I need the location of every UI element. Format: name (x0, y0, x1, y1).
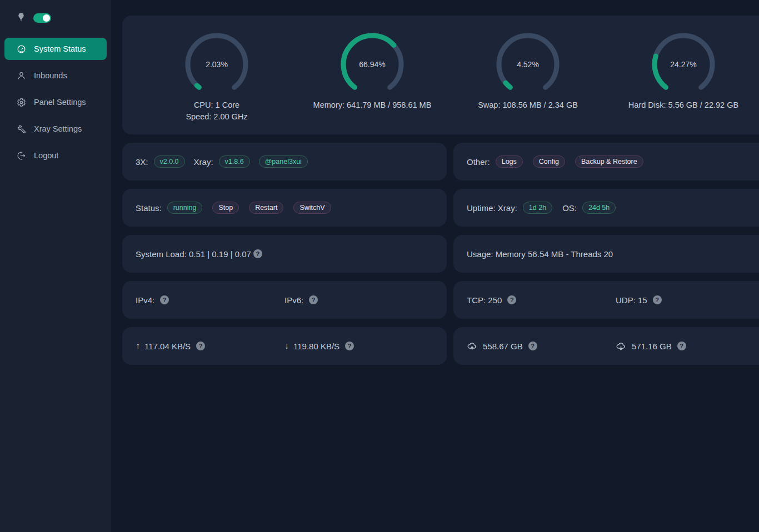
swap-gauge: 4.52% Swap: 108.56 MB / 2.34 GB (450, 31, 606, 109)
gear-icon (17, 98, 26, 107)
user-icon (17, 71, 26, 81)
usage-text: Usage: Memory 56.54 MB - Threads 20 (467, 249, 613, 259)
sidebar-item-label: Inbounds (34, 71, 67, 80)
disk-gauge: 24.27% Hard Disk: 5.56 GB / 22.92 GB (606, 31, 759, 109)
sidebar-item-panel-settings[interactable]: Panel Settings (4, 91, 107, 113)
switch-version-button[interactable]: SwitchV (293, 202, 331, 214)
backup-restore-button[interactable]: Backup & Restore (575, 155, 643, 168)
cloud-upload-icon (467, 341, 477, 352)
cloud-download-icon (616, 341, 626, 352)
tcp-count-text: TCP: 250 (467, 295, 502, 305)
cpu-gauge: 2.03% CPU: 1 Core Speed: 2.00 GHz (139, 31, 294, 121)
help-icon[interactable]: ? (196, 342, 205, 350)
help-icon[interactable]: ? (309, 295, 318, 304)
cpu-label: CPU: 1 Core (194, 101, 239, 109)
dashboard-icon (17, 44, 26, 54)
telegram-tag[interactable]: @panel3xui (259, 155, 308, 168)
sidebar: System Status Inbounds Panel Settings Xr… (0, 0, 111, 532)
connections-card: TCP: 250 ? UDP: 15 ? (453, 281, 759, 319)
sidebar-item-label: Logout (34, 151, 58, 160)
system-load-text: System Load: 0.51 | 0.19 | 0.07 (136, 249, 251, 259)
restart-button[interactable]: Restart (249, 202, 283, 214)
ip-card: IPv4: ? IPv6: ? (122, 281, 447, 319)
total-received-text: 571.16 GB (632, 342, 672, 351)
upload-speed-text: 117.04 KB/S (144, 342, 191, 351)
status-running-badge: running (167, 202, 203, 214)
usage-card: Usage: Memory 56.54 MB - Threads 20 (453, 235, 759, 273)
help-icon[interactable]: ? (528, 342, 537, 350)
help-icon[interactable]: ? (653, 295, 662, 304)
xray-version-label: Xray: (194, 157, 213, 167)
help-icon[interactable]: ? (507, 295, 516, 304)
other-label: Other: (467, 157, 490, 167)
sidebar-item-logout[interactable]: Logout (4, 144, 107, 167)
memory-gauge: 66.94% Memory: 641.79 MB / 958.61 MB (294, 31, 450, 109)
wrench-icon (17, 124, 26, 134)
sidebar-item-label: Xray Settings (34, 124, 82, 133)
logs-button[interactable]: Logs (496, 155, 523, 168)
cpu-percent: 2.03% (183, 60, 250, 69)
sidebar-item-inbounds[interactable]: Inbounds (4, 64, 107, 87)
help-icon[interactable]: ? (345, 342, 354, 350)
memory-label: Memory: 641.79 MB / 958.61 MB (313, 101, 432, 109)
ipv6-label: IPv6: (284, 295, 303, 305)
help-icon[interactable]: ? (160, 295, 169, 304)
ipv4-label: IPv4: (136, 295, 154, 305)
sidebar-item-system-status[interactable]: System Status (4, 38, 107, 60)
dark-theme-toggle[interactable] (33, 13, 51, 23)
help-icon[interactable]: ? (253, 249, 262, 258)
stop-button[interactable]: Stop (212, 202, 239, 214)
xray-uptime-badge: 1d 2h (523, 202, 552, 214)
download-arrow-icon: ↓ (284, 341, 289, 351)
status-label: Status: (136, 203, 162, 213)
toggle-knob (43, 14, 50, 22)
uptime-os-label: OS: (562, 203, 577, 213)
logout-icon (17, 151, 26, 160)
theme-row (0, 12, 111, 23)
os-uptime-badge: 24d 5h (582, 202, 616, 214)
sidebar-menu: System Status Inbounds Panel Settings Xr… (0, 38, 111, 167)
udp-count-text: UDP: 15 (616, 295, 647, 305)
uptime-card: Uptime: Xray: 1d 2h OS: 24d 5h (453, 189, 759, 227)
config-button[interactable]: Config (533, 155, 565, 168)
xray-status-card: Status: running Stop Restart SwitchV (122, 189, 447, 227)
sidebar-item-label: Panel Settings (34, 98, 86, 107)
download-speed-text: 119.80 KB/S (293, 342, 339, 351)
swap-label: Swap: 108.56 MB / 2.34 GB (478, 101, 578, 109)
total-sent-text: 558.67 GB (483, 342, 523, 351)
cpu-speed-label: Speed: 2.00 GHz (186, 112, 247, 121)
memory-percent: 66.94% (339, 60, 406, 69)
disk-percent: 24.27% (650, 60, 717, 69)
sidebar-item-xray-settings[interactable]: Xray Settings (4, 118, 107, 140)
xray-version-tag[interactable]: v1.8.6 (219, 155, 250, 168)
sidebar-item-label: System Status (34, 44, 86, 53)
lightbulb-icon (17, 12, 26, 23)
help-icon[interactable]: ? (677, 342, 686, 350)
swap-percent: 4.52% (495, 60, 561, 69)
upload-arrow-icon: ↑ (136, 341, 140, 351)
panel-version-label: 3X: (136, 157, 148, 167)
main-content: 2.03% CPU: 1 Core Speed: 2.00 GHz 66.94%… (111, 0, 759, 532)
other-card: Other: Logs Config Backup & Restore (453, 143, 759, 180)
uptime-xray-label: Uptime: Xray: (467, 203, 517, 213)
gauges-card: 2.03% CPU: 1 Core Speed: 2.00 GHz 66.94%… (122, 16, 759, 134)
disk-label: Hard Disk: 5.56 GB / 22.92 GB (628, 101, 738, 109)
speed-card: ↑ 117.04 KB/S ? ↓ 119.80 KB/S ? (122, 327, 447, 365)
versions-card: 3X: v2.0.0 Xray: v1.8.6 @panel3xui (122, 143, 447, 180)
system-load-card: System Load: 0.51 | 0.19 | 0.07 ? (122, 235, 447, 273)
panel-version-tag[interactable]: v2.0.0 (154, 155, 185, 168)
totals-card: 558.67 GB ? 571.16 GB ? (453, 327, 759, 365)
